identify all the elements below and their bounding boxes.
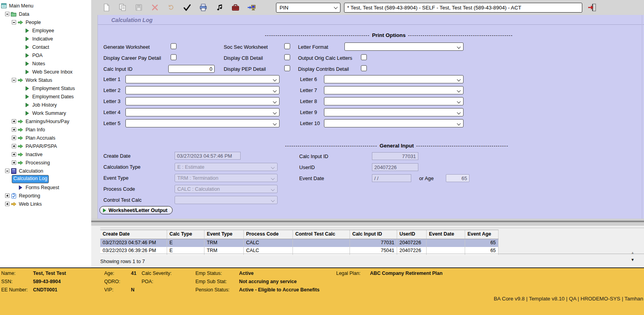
- sidebar-item-plan-accruals[interactable]: Plan Accruals: [0, 134, 91, 142]
- sidebar-item-poa[interactable]: POA: [0, 51, 91, 59]
- soc-sec-worksheet-checkbox[interactable]: [284, 43, 290, 49]
- validate-icon[interactable]: [183, 3, 191, 12]
- sidebar-item-employment-status[interactable]: Employment Status: [0, 84, 91, 92]
- grid-cell: 03/27/2023 04:57:46 PM: [100, 239, 167, 247]
- sidebar-item-label: Web Secure Inbox: [31, 69, 74, 75]
- sidebar-item-employment-dates[interactable]: Employment Dates: [0, 92, 91, 101]
- sidebar-item-label: Notes: [31, 61, 46, 67]
- name-value: Test, Test Test: [33, 271, 66, 276]
- sidebar-item-job-history[interactable]: Job History: [0, 101, 91, 109]
- sidebar-item-earnings-hours-pay[interactable]: Earnings/Hours/Pay: [0, 117, 91, 125]
- print-icon[interactable]: [199, 3, 208, 12]
- poa-label: POA:: [142, 279, 153, 284]
- sidebar-item-forms-request[interactable]: Forms Request: [0, 183, 91, 192]
- letter-format-select[interactable]: [344, 42, 464, 51]
- sidebar-item-reporting[interactable]: Reporting: [0, 192, 91, 200]
- display-cb-checkbox[interactable]: [284, 54, 290, 60]
- display-contribs-label: Display Contribs Detail: [298, 66, 349, 72]
- sidebar-item-calculation-log[interactable]: Calculation Log: [0, 175, 91, 183]
- chevron-down-icon: [457, 45, 461, 49]
- expand-icon[interactable]: [12, 160, 16, 165]
- process-code-label: Process Code: [103, 186, 135, 192]
- letter-9-select[interactable]: [324, 108, 464, 116]
- sidebar-item-notes[interactable]: Notes: [0, 59, 91, 68]
- display-pep-checkbox[interactable]: [284, 65, 290, 71]
- new-document-icon[interactable]: [102, 3, 111, 12]
- expand-icon[interactable]: [12, 144, 16, 148]
- letter-8-select[interactable]: [324, 97, 464, 105]
- sidebar-item-plan-info[interactable]: Plan Info: [0, 125, 91, 134]
- calculation-log-panel: Calculation Log ------------------------…: [98, 15, 644, 219]
- collapse-icon[interactable]: [12, 78, 16, 82]
- sidebar-item-inactive[interactable]: Inactive: [0, 150, 91, 158]
- copy-icon[interactable]: [118, 3, 127, 12]
- export-session-icon[interactable]: [247, 3, 256, 12]
- green-triangle-icon: [24, 85, 30, 91]
- expand-icon[interactable]: [12, 119, 16, 123]
- letter-7-select[interactable]: [324, 86, 464, 94]
- sidebar-item-label: Forms Request: [24, 184, 60, 191]
- letter-10-label: Letter 10: [300, 120, 320, 126]
- letter-10-select[interactable]: [324, 119, 464, 127]
- letter-2-select[interactable]: [125, 86, 280, 94]
- sidebar-item-processing[interactable]: Processing: [0, 158, 91, 167]
- exit-icon[interactable]: [587, 2, 597, 13]
- scroll-up-icon[interactable]: ▲: [631, 251, 635, 255]
- expand-icon[interactable]: [12, 127, 16, 132]
- select-value: TRM : Termination: [177, 175, 218, 181]
- collapse-icon[interactable]: [12, 20, 16, 24]
- letter-3-label: Letter 3: [103, 98, 120, 104]
- member-summary-bar: Name:Test, Test TestAge:41Calc Severity:…: [0, 267, 644, 315]
- sidebar-item-contact[interactable]: Contact: [0, 43, 91, 51]
- sidebar-item-work-summary[interactable]: Work Summary: [0, 109, 91, 117]
- music-note-icon[interactable]: [215, 3, 224, 12]
- letter-1-select[interactable]: [125, 75, 280, 83]
- grid-cell: [427, 239, 465, 247]
- sidebar-item-employee[interactable]: Employee: [0, 26, 91, 35]
- record-input[interactable]: * Test, Test Test (589-43-8904) - SELF -…: [344, 3, 582, 13]
- collapse-icon[interactable]: [5, 12, 9, 16]
- navy-triangle-icon: [17, 184, 23, 190]
- scroll-down-icon[interactable]: ▼: [631, 258, 635, 262]
- sidebar-item-indicative[interactable]: Indicative: [0, 35, 91, 43]
- worksheet-letter-output-button[interactable]: Worksheet/Letter Output: [99, 206, 173, 214]
- grid-header-userid: UserID: [397, 230, 427, 239]
- grid-header-create-date: Create Date: [100, 230, 167, 239]
- expand-icon[interactable]: [12, 136, 16, 140]
- letter-7-label: Letter 7: [300, 87, 317, 93]
- letter-9-label: Letter 9: [300, 109, 317, 115]
- sidebar-item-web-links[interactable]: Web Links: [0, 200, 91, 208]
- sidebar-item-web-secure-inbox[interactable]: Web Secure Inbox: [0, 68, 91, 76]
- sidebar-item-people[interactable]: People: [0, 18, 91, 26]
- grid-cell: CALC: [244, 239, 293, 247]
- expand-icon[interactable]: [5, 193, 9, 198]
- letter-6-select[interactable]: [324, 75, 464, 83]
- display-contribs-checkbox[interactable]: [361, 65, 367, 71]
- chevron-down-icon: [457, 111, 461, 114]
- worksheet-button-label: Worksheet/Letter Output: [109, 207, 167, 213]
- expand-icon[interactable]: [5, 202, 9, 206]
- calc-input-id-field[interactable]: 0: [168, 65, 215, 73]
- toolbar-icons: [102, 3, 263, 12]
- generate-worksheet-checkbox[interactable]: [171, 43, 177, 49]
- collapse-icon[interactable]: [5, 169, 9, 173]
- green-triangle-icon: [24, 69, 30, 75]
- generate-worksheet-label: Generate Worksheet: [103, 44, 150, 50]
- sidebar-item-calculation[interactable]: Calculation: [0, 167, 91, 175]
- horizontal-splitter[interactable]: [91, 219, 644, 226]
- expand-icon[interactable]: [12, 152, 16, 157]
- dash-right: ----------------------------------------…: [416, 143, 508, 149]
- letter-5-select[interactable]: [125, 119, 280, 127]
- search-mode-select[interactable]: PIN: [276, 3, 340, 13]
- sidebar-item-pa-par-pspa[interactable]: PA/PAR/PSPA: [0, 142, 91, 150]
- sidebar-item-work-status[interactable]: Work Status: [0, 76, 91, 84]
- grid-row-1[interactable]: 03/27/2023 04:57:46 PMETRMCALC7703120407…: [100, 239, 499, 247]
- letter-4-select[interactable]: [125, 108, 280, 116]
- sidebar-item-data[interactable]: Data: [0, 10, 91, 18]
- sidebar-item-main-menu[interactable]: Main Menu: [0, 2, 91, 10]
- briefcase-icon[interactable]: [231, 3, 240, 12]
- output-orig-calc-checkbox[interactable]: [361, 54, 367, 60]
- display-career-pay-checkbox[interactable]: [171, 54, 177, 60]
- letter-3-select[interactable]: [125, 97, 280, 105]
- sidebar-item-label: Indicative: [31, 36, 54, 42]
